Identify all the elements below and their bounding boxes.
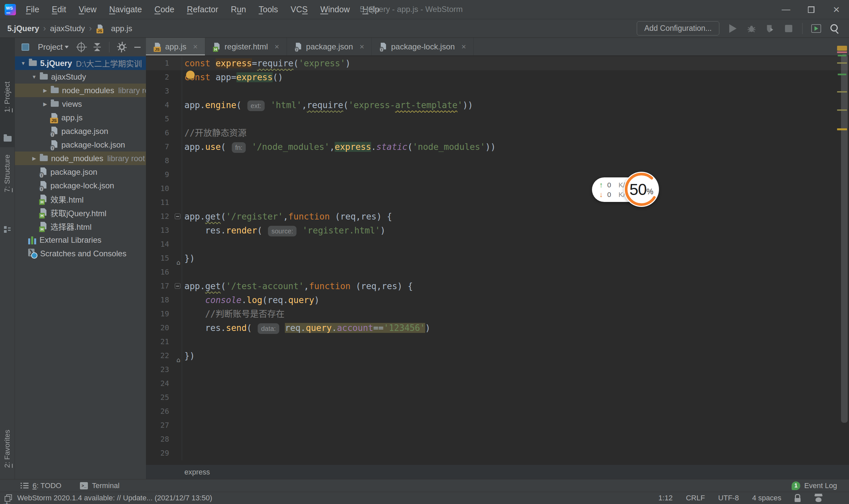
restore-icon[interactable] [799,0,824,19]
menu-item-view[interactable]: View [75,3,101,16]
tree-item-Scratches-and-Consoles[interactable]: Scratches and Consoles [15,247,146,260]
code-line-14[interactable]: 14 [146,237,849,251]
add-configuration-button[interactable]: Add Configuration... [637,21,719,35]
tool-window-button-6-todo[interactable]: 6: TODO [21,482,61,490]
code-line-7[interactable]: 7app.use( fn: '/node_modules',express.st… [146,140,849,154]
close-icon[interactable]: × [824,0,849,19]
code-line-23[interactable]: 23 [146,363,849,377]
status-item-utf-8[interactable]: UTF-8 [718,494,739,502]
editor-breadcrumb-bottom[interactable]: express [146,465,849,479]
code-line-19[interactable]: 19 //判断账号是否存在 [146,307,849,321]
menu-item-refactor[interactable]: Refactor [183,3,222,16]
status-message[interactable]: WebStorm 2020.1.4 available: // Update..… [17,494,212,502]
fold-start-icon[interactable] [175,214,180,219]
chevron-right-icon[interactable]: ▶ [29,156,39,161]
editor-tab-app.js[interactable]: app.js× [146,38,205,55]
inspection-indicator[interactable] [837,46,847,51]
minimize-icon[interactable]: — [773,0,799,19]
tool-window-button-terminal[interactable]: >_Terminal [80,482,120,490]
chevron-down-icon[interactable]: ▼ [18,60,28,66]
background-tasks-icon[interactable] [5,494,12,502]
code-line-12[interactable]: 12app.get('/register',function (req,res)… [146,210,849,223]
analysis-mark[interactable] [838,74,846,75]
code-line-15[interactable]: 15}) [146,251,849,265]
menu-item-edit[interactable]: Edit [48,3,70,16]
analysis-mark[interactable] [837,91,847,92]
editor-tab-register.html[interactable]: register.html× [205,38,287,55]
chevron-down-icon[interactable]: ▼ [29,74,39,79]
code-line-24[interactable]: 24 [146,377,849,391]
hector-inspector-icon[interactable] [814,494,823,502]
breadcrumb-item[interactable]: 5.jQuery [7,24,39,33]
collapse-all-icon[interactable] [93,43,101,51]
code-line-27[interactable]: 27 [146,418,849,432]
lock-open-icon[interactable] [795,494,801,502]
hide-panel-icon[interactable] [134,47,141,48]
code-line-28[interactable]: 28 [146,432,849,446]
editor-tab-package.json[interactable]: package.json× [287,38,372,55]
close-tab-icon[interactable]: × [193,42,198,51]
code-line-1[interactable]: 1const express=require('express') [146,56,849,70]
tree-item--.html[interactable]: 效果.html [15,192,146,206]
search-icon[interactable] [830,23,840,34]
status-item-4-spaces[interactable]: 4 spaces [752,494,781,502]
run-anything-icon[interactable] [811,23,821,34]
tree-item-External-Libraries[interactable]: External Libraries [15,233,146,247]
tree-item-app.js[interactable]: app.js [15,111,146,124]
chevron-right-icon[interactable]: ▶ [40,88,50,93]
menu-item-file[interactable]: File [22,3,43,16]
chevron-right-icon[interactable]: ▶ [40,101,50,107]
close-tab-icon[interactable]: × [360,42,364,51]
tree-item-views[interactable]: ▶views [15,97,146,111]
menu-item-window[interactable]: Window [317,3,354,16]
code-line-11[interactable]: 11 [146,196,849,210]
tree-item-node_modules[interactable]: ▶node_moduleslibrary root [15,84,146,97]
code-line-3[interactable]: 3 [146,84,849,98]
project-view-selector[interactable]: Project [38,42,69,52]
analysis-mark[interactable] [837,62,847,64]
menu-item-code[interactable]: Code [150,3,178,16]
menu-item-navigate[interactable]: Navigate [105,3,146,16]
code-line-29[interactable]: 29 [146,446,849,460]
run-icon[interactable] [728,23,738,34]
breadcrumb-item[interactable]: ajaxStudy [50,24,85,33]
sidebar-item-project[interactable]: 1: Project [3,82,12,112]
code-line-26[interactable]: 26 [146,404,849,418]
analysis-mark[interactable] [838,55,846,56]
tree-item-package-lock.json[interactable]: package-lock.json [15,179,146,192]
analysis-mark[interactable] [837,51,847,53]
menu-item-tools[interactable]: Tools [255,3,282,16]
code-line-16[interactable]: 16 [146,265,849,279]
fold-start-icon[interactable] [175,283,180,289]
editor-scrollbar-stripe[interactable] [836,39,849,465]
tree-item--jQuery.html[interactable]: 获取jQuery.html [15,206,146,219]
code-line-20[interactable]: 20 res.send( data: req.query.account=='1… [146,321,849,335]
tree-item-package.json[interactable]: package.json [15,165,146,179]
tree-item-node_modules[interactable]: ▶node_moduleslibrary root [15,151,146,165]
code-line-5[interactable]: 5 [146,112,849,126]
intention-bulb-icon[interactable] [186,71,195,79]
close-tab-icon[interactable]: × [461,42,466,51]
code-line-17[interactable]: 17app.get('/test-account',function (req,… [146,279,849,293]
tree-item-ajaxStudy[interactable]: ▼ajaxStudy [15,70,146,84]
sidebar-item-structure[interactable]: 7: Structure [3,155,12,192]
fold-end-icon[interactable] [175,255,180,261]
close-tab-icon[interactable]: × [275,42,279,51]
event-log-button[interactable]: 1 Event Log [792,482,837,490]
analysis-mark[interactable] [837,128,847,130]
sidebar-item-favorites[interactable]: 2: Favorites [3,430,12,468]
settings-gear-icon[interactable] [118,43,126,51]
code-line-9[interactable]: 9 [146,168,849,182]
status-item-1-12[interactable]: 1:12 [658,494,672,502]
tree-item-5.jQuery[interactable]: ▼5.jQueryD:\大二上学期实训 [15,56,146,70]
analysis-mark[interactable] [837,109,847,111]
code-line-10[interactable]: 10 [146,182,849,196]
tree-item-package-lock.json[interactable]: package-lock.json [15,138,146,151]
breadcrumb-item[interactable]: app.js [111,24,132,33]
code-line-2[interactable]: 2const app=express() [146,70,849,84]
menu-item-vcs[interactable]: VCS [287,3,311,16]
code-line-21[interactable]: 21 [146,335,849,349]
debug-icon[interactable] [746,23,757,34]
fold-end-icon[interactable] [175,353,180,358]
status-item-crlf[interactable]: CRLF [686,494,705,502]
